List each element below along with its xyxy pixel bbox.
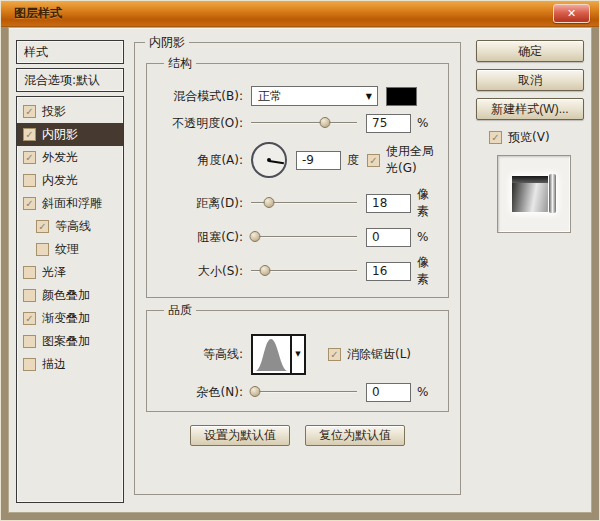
- sidebar-effect-item[interactable]: 外发光: [17, 146, 123, 169]
- sidebar-effect-item[interactable]: 内阴影: [17, 123, 123, 146]
- ok-button[interactable]: 确定: [476, 40, 584, 62]
- choke-unit: %: [417, 230, 428, 244]
- sidebar-effect-item[interactable]: 内发光: [17, 169, 123, 192]
- quality-legend: 品质: [164, 302, 196, 319]
- sidebar-effect-item[interactable]: 渐变叠加: [17, 307, 123, 330]
- slider-thumb[interactable]: [250, 231, 261, 242]
- sidebar-effect-item[interactable]: 等高线: [17, 215, 123, 238]
- use-global-light-label: 使用全局光(G): [386, 143, 440, 177]
- sidebar-effect-item[interactable]: 投影: [17, 100, 123, 123]
- sidebar-effect-item[interactable]: 斜面和浮雕: [17, 192, 123, 215]
- preview-shape-pillar: [549, 174, 556, 213]
- blend-mode-select[interactable]: 正常 ▼: [251, 86, 378, 106]
- structure-legend: 结构: [164, 55, 196, 72]
- effect-checkbox[interactable]: [36, 243, 49, 256]
- angle-unit: 度: [347, 152, 359, 169]
- anti-alias-label: 消除锯齿(L): [347, 346, 411, 363]
- noise-slider[interactable]: [251, 382, 357, 402]
- choke-input[interactable]: 0: [366, 228, 411, 247]
- effect-label: 内阴影: [42, 126, 78, 143]
- sidebar-effect-item[interactable]: 纹理: [17, 238, 123, 261]
- reset-default-button[interactable]: 复位为默认值: [305, 425, 405, 446]
- contour-curve-icon: [253, 336, 290, 373]
- size-slider[interactable]: [251, 261, 357, 281]
- inner-shadow-panel: 内阴影 结构 混合模式(B): 正常 ▼ 不透明度(O):: [134, 34, 461, 495]
- contour-thumbnail[interactable]: [251, 334, 292, 375]
- effect-checkbox[interactable]: [23, 174, 36, 187]
- effect-checkbox[interactable]: [23, 358, 36, 371]
- effect-label: 内发光: [42, 172, 78, 189]
- effect-label: 纹理: [55, 241, 79, 258]
- anti-alias-checkbox[interactable]: [328, 348, 341, 361]
- effect-checkbox[interactable]: [23, 197, 36, 210]
- effect-checkbox[interactable]: [23, 105, 36, 118]
- preview-label: 预览(V): [508, 129, 550, 146]
- make-default-button[interactable]: 设置为默认值: [190, 425, 290, 446]
- opacity-slider[interactable]: [251, 113, 357, 133]
- blend-mode-label: 混合模式(B):: [155, 88, 243, 105]
- slider-thumb[interactable]: [264, 197, 275, 208]
- new-style-button[interactable]: 新建样式(W)...: [476, 98, 584, 120]
- effect-checkbox[interactable]: [23, 151, 36, 164]
- effect-checkbox[interactable]: [36, 220, 49, 233]
- angle-row: 角度(A): -9 度 使用全局光(G): [155, 141, 440, 179]
- preview-shape: [511, 173, 557, 215]
- sidebar-item-styles[interactable]: 样式: [16, 40, 124, 64]
- style-preview-thumbnail: [497, 155, 571, 233]
- close-icon[interactable]: ✕: [553, 4, 590, 23]
- sidebar-effect-item[interactable]: 光泽: [17, 261, 123, 284]
- distance-input[interactable]: 18: [366, 194, 411, 213]
- default-buttons-row: 设置为默认值 复位为默认值: [135, 425, 460, 446]
- effect-label: 图案叠加: [42, 333, 90, 350]
- size-label: 大小(S):: [155, 263, 243, 280]
- contour-picker: ▼: [251, 334, 306, 375]
- effect-checkbox[interactable]: [23, 128, 36, 141]
- opacity-input[interactable]: 75: [366, 114, 411, 133]
- styles-sidebar: 样式 混合选项:默认 投影内阴影外发光内发光斜面和浮雕等高线纹理光泽颜色叠加渐变…: [16, 40, 124, 503]
- effect-checkbox[interactable]: [23, 289, 36, 302]
- dialog-title: 图层样式: [14, 5, 62, 22]
- slider-thumb[interactable]: [320, 117, 331, 128]
- distance-slider[interactable]: [251, 193, 357, 213]
- layer-style-dialog: 图层样式 ✕ 样式 混合选项:默认 投影内阴影外发光内发光斜面和浮雕等高线纹理光…: [0, 0, 600, 521]
- choke-label: 阻塞(C):: [155, 229, 243, 246]
- sidebar-effect-item[interactable]: 图案叠加: [17, 330, 123, 353]
- choke-slider[interactable]: [251, 227, 357, 247]
- noise-label: 杂色(N):: [155, 384, 243, 401]
- preview-shape-top: [512, 176, 548, 183]
- angle-label: 角度(A):: [155, 152, 243, 169]
- chevron-down-icon: ▼: [366, 92, 372, 101]
- effect-checkbox[interactable]: [23, 266, 36, 279]
- noise-input[interactable]: 0: [366, 383, 411, 402]
- angle-input[interactable]: -9: [296, 151, 341, 170]
- shadow-color-swatch[interactable]: [386, 87, 417, 106]
- angle-dial[interactable]: [251, 142, 287, 178]
- cancel-button[interactable]: 取消: [476, 69, 584, 91]
- slider-track: [251, 122, 357, 124]
- preview-checkbox[interactable]: [489, 131, 502, 144]
- sidebar-effect-item[interactable]: 描边: [17, 353, 123, 376]
- sidebar-effect-item[interactable]: 颜色叠加: [17, 284, 123, 307]
- size-input[interactable]: 16: [366, 262, 411, 281]
- dialog-body: 样式 混合选项:默认 投影内阴影外发光内发光斜面和浮雕等高线纹理光泽颜色叠加渐变…: [8, 27, 592, 513]
- contour-dropdown-arrow[interactable]: ▼: [292, 334, 306, 375]
- blend-mode-value: 正常: [258, 88, 282, 105]
- sidebar-item-blending-options[interactable]: 混合选项:默认: [16, 68, 124, 92]
- slider-thumb[interactable]: [259, 265, 270, 276]
- effect-checkbox[interactable]: [23, 312, 36, 325]
- effect-label: 投影: [42, 103, 66, 120]
- angle-center-dot: [267, 158, 271, 162]
- use-global-light-checkbox[interactable]: [367, 154, 380, 167]
- panel-title: 内阴影: [145, 34, 189, 51]
- size-unit: 像素: [417, 254, 440, 288]
- opacity-label: 不透明度(O):: [155, 115, 243, 132]
- slider-thumb[interactable]: [250, 386, 261, 397]
- quality-group: 品质 等高线: ▼ 消除锯齿(L) 杂色(N): [146, 302, 449, 412]
- distance-label: 距离(D):: [155, 195, 243, 212]
- title-bar: 图层样式 ✕: [1, 1, 599, 27]
- preview-row: 预览(V): [489, 129, 584, 146]
- effect-label: 外发光: [42, 149, 78, 166]
- contour-label: 等高线:: [155, 346, 243, 363]
- effect-checkbox[interactable]: [23, 335, 36, 348]
- blend-mode-row: 混合模式(B): 正常 ▼: [155, 86, 440, 106]
